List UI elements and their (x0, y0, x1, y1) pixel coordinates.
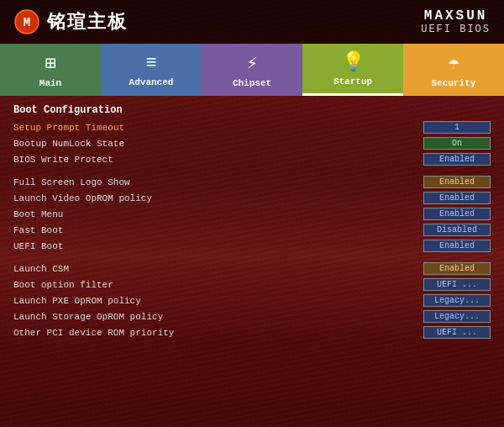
advanced-tab-label: Advanced (129, 77, 174, 87)
brand-name: MAXSUN (421, 8, 491, 24)
fullscreen-logo-value[interactable]: Enabled (423, 176, 491, 188)
startup-tab-icon: 💡 (342, 50, 365, 73)
list-item[interactable]: Launch Storage OpROM policy Legacy... (13, 308, 491, 324)
security-tab-icon: ☂ (448, 52, 459, 75)
brand-logo-icon: M (13, 8, 40, 35)
fullscreen-logo-label: Full Screen Logo Show (13, 177, 130, 187)
numlock-value[interactable]: On (423, 137, 491, 150)
list-item[interactable]: Other PCI device ROM priority UEFI ... (13, 324, 491, 340)
list-item[interactable]: Launch PXE OpROM policy Legacy... (13, 293, 491, 308)
security-tab-label: Security (432, 78, 476, 88)
other-pci-label: Other PCI device ROM priority (13, 328, 174, 338)
other-pci-value[interactable]: UEFI ... (423, 326, 491, 339)
launch-video-value[interactable]: Enabled (423, 192, 491, 204)
logo-text: 铭瑄主板 (47, 9, 128, 34)
nav-tabs: ⊞ Main ≡ Advanced ⚡ Chipset 💡 Startup ☂ … (0, 44, 504, 96)
pxe-oprom-label: Launch PXE OpROM policy (13, 296, 141, 306)
boot-menu-value[interactable]: Enabled (423, 208, 491, 220)
section-boot-config-title: Boot Configuration (13, 104, 491, 116)
list-item[interactable]: BIOS Write Protect Enabled (13, 151, 491, 167)
tab-startup[interactable]: 💡 Startup (302, 44, 403, 96)
chipset-tab-icon: ⚡ (246, 52, 257, 75)
boot-menu-label: Boot Menu (13, 209, 63, 219)
storage-oprom-label: Launch Storage OpROM policy (13, 312, 163, 322)
list-item[interactable]: Full Screen Logo Show Enabled (13, 174, 491, 190)
list-item[interactable]: Setup Prompt Timeout 1 (13, 119, 491, 135)
tab-advanced[interactable]: ≡ Advanced (101, 44, 202, 96)
svg-text:M: M (24, 16, 30, 29)
uefi-boot-label: UEFI Boot (13, 241, 63, 251)
header: M 铭瑄主板 MAXSUN UEFI BIOS (0, 0, 504, 44)
list-item[interactable]: Launch Video OpROM policy Enabled (13, 190, 491, 206)
launch-csm-value[interactable]: Enabled (423, 262, 491, 275)
main-content: Boot Configuration Setup Prompt Timeout … (0, 96, 504, 349)
logo-left: M 铭瑄主板 (13, 8, 128, 35)
numlock-label: Bootup NumLock State (13, 139, 124, 149)
boot-option-filter-label: Boot option filter (13, 280, 113, 290)
list-item[interactable]: UEFI Boot Enabled (13, 238, 491, 254)
launch-video-label: Launch Video OpROM policy (13, 193, 152, 203)
list-item[interactable]: Boot option filter UEFI ... (13, 277, 491, 293)
startup-tab-label: Startup (333, 76, 372, 87)
list-item[interactable]: Launch CSM Enabled (13, 261, 491, 277)
divider-2 (13, 254, 491, 261)
main-tab-label: Main (39, 78, 61, 88)
main-tab-icon: ⊞ (45, 52, 55, 75)
boot-option-filter-value[interactable]: UEFI ... (423, 278, 491, 291)
storage-oprom-value[interactable]: Legacy... (423, 310, 491, 323)
launch-csm-label: Launch CSM (13, 264, 69, 274)
fast-boot-value[interactable]: Disabled (423, 224, 491, 236)
bios-subtitle: UEFI BIOS (421, 24, 491, 35)
chipset-tab-label: Chipset (233, 78, 271, 88)
setup-prompt-label: Setup Prompt Timeout (13, 123, 124, 133)
advanced-tab-icon: ≡ (145, 53, 156, 74)
bios-wp-value[interactable]: Enabled (423, 153, 491, 166)
pxe-oprom-value[interactable]: Legacy... (423, 294, 491, 307)
setup-prompt-value[interactable]: 1 (423, 121, 491, 134)
logo-right: MAXSUN UEFI BIOS (421, 8, 491, 35)
tab-chipset[interactable]: ⚡ Chipset (202, 44, 302, 96)
list-item[interactable]: Boot Menu Enabled (13, 206, 491, 222)
uefi-boot-value[interactable]: Enabled (423, 240, 491, 252)
tab-security[interactable]: ☂ Security (403, 44, 504, 96)
tab-main[interactable]: ⊞ Main (0, 44, 101, 96)
bios-wp-label: BIOS Write Protect (13, 155, 113, 165)
fast-boot-label: Fast Boot (13, 225, 63, 235)
list-item[interactable]: Bootup NumLock State On (13, 135, 491, 151)
divider-1 (13, 167, 491, 174)
list-item[interactable]: Fast Boot Disabled (13, 222, 491, 238)
